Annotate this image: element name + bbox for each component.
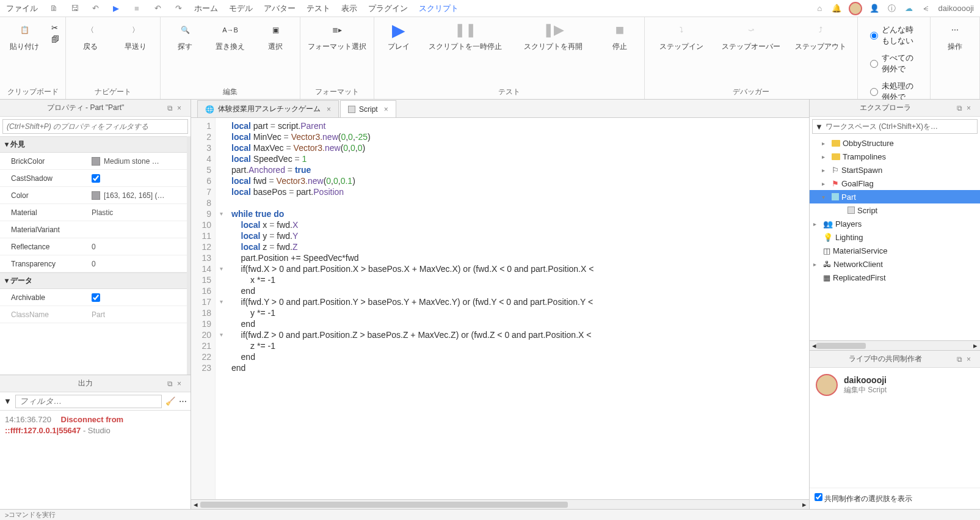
clear-icon[interactable]: 🧹: [165, 397, 175, 406]
fold-column[interactable]: ▾▾▾▾: [216, 118, 227, 499]
select-button[interactable]: ▣選択: [257, 21, 294, 52]
close-icon[interactable]: ×: [177, 379, 187, 388]
tree-replicatedfirst[interactable]: ▦ReplicatedFirst: [810, 271, 980, 284]
output-body[interactable]: 14:16:36.720 Disconnect from ::ffff:127.…: [0, 411, 191, 509]
redo-icon[interactable]: ↷: [173, 4, 183, 13]
dbgerr-opt1[interactable]: どんな時もしない: [870, 24, 918, 46]
back-button[interactable]: 〈戻る: [72, 21, 109, 52]
filter-icon[interactable]: ▼: [4, 397, 12, 406]
stop-button[interactable]: ■停止: [601, 21, 638, 52]
prop-cat-data[interactable]: ▾ データ: [0, 273, 187, 289]
menu-file[interactable]: ファイル: [6, 3, 38, 14]
code-editor[interactable]: 1234567891011121314151617181920212223 ▾▾…: [191, 118, 809, 499]
bulb-icon: 💡: [823, 233, 833, 242]
menu-script[interactable]: スクリプト: [419, 3, 459, 14]
folder-icon: [832, 153, 840, 160]
tab-game[interactable]: 🌐体験授業用アスレチックゲーム×: [197, 100, 339, 117]
prop-materialvariant[interactable]: MaterialVariant: [0, 221, 187, 238]
tree-part[interactable]: ▾Part: [810, 190, 980, 203]
close-icon[interactable]: ×: [384, 105, 388, 114]
share-icon[interactable]: ⪪: [921, 4, 931, 13]
undo-icon[interactable]: ↶: [153, 4, 162, 13]
tree-networkclient[interactable]: ▸🖧NetworkClient: [810, 257, 980, 271]
undo-arrow-icon[interactable]: ↶: [90, 4, 100, 13]
castshadow-checkbox[interactable]: [92, 174, 100, 183]
close-icon[interactable]: ×: [177, 104, 187, 112]
properties-body[interactable]: ▾ 外見 BrickColorMedium stone … CastShadow…: [0, 136, 191, 375]
more-icon[interactable]: ⋯: [179, 397, 187, 406]
archivable-checkbox[interactable]: [92, 293, 100, 302]
code-body[interactable]: local part = script.Parent local MinVec …: [227, 118, 598, 499]
new-file-icon[interactable]: 🗎: [49, 4, 59, 13]
editor-column: 🌐体験授業用アスレチックゲーム× Script× 123456789101112…: [191, 100, 809, 509]
popout-icon[interactable]: ⧉: [167, 104, 177, 112]
stepover-button[interactable]: ⤻ステップオーバー: [720, 21, 782, 52]
menu-view[interactable]: 表示: [341, 3, 357, 14]
play-button[interactable]: ▶プレイ: [380, 21, 417, 52]
tree-obbystructure[interactable]: ▸ObbyStructure: [810, 136, 980, 150]
properties-filter-input[interactable]: [2, 119, 188, 134]
output-filter-input[interactable]: [15, 395, 162, 408]
menu-avatar[interactable]: アバター: [264, 3, 296, 14]
paste-button[interactable]: 📋貼り付け: [6, 21, 43, 52]
stepout-button[interactable]: ⤴ステップアウト: [790, 21, 851, 52]
explorer-head: エクスプローラ ⧉ ×: [810, 100, 980, 117]
resume-script-button[interactable]: ❚▶スクリプトを再開: [514, 21, 593, 52]
formatselection-button[interactable]: ≣▸フォーマット選択: [307, 21, 368, 52]
close-icon[interactable]: ×: [327, 105, 331, 114]
dbgerr-opt2[interactable]: すべての例外で: [870, 53, 918, 75]
collab-footer[interactable]: 共同制作者の選択肢を表示: [810, 488, 980, 509]
help-icon[interactable]: ⓘ: [887, 4, 896, 13]
tree-lighting[interactable]: 💡Lighting: [810, 230, 980, 244]
prop-color[interactable]: Color[163, 162, 165] (…: [0, 187, 187, 204]
pause-script-button[interactable]: ❚❚スクリプトを一時停止: [426, 21, 505, 52]
tree-players[interactable]: ▸👥Players: [810, 217, 980, 230]
tree-script[interactable]: Script: [810, 203, 980, 217]
tree-trampolines[interactable]: ▸Trampolines: [810, 150, 980, 163]
ribbon: 📋貼り付け ✂ 🗐 クリップボード 〈戻る 〉早送り ナビゲート 🔍探す A→B…: [0, 17, 980, 100]
collab-user[interactable]: daikooooji編集中 Script: [816, 374, 974, 396]
popout-icon[interactable]: ⧉: [167, 379, 177, 388]
explorer-tree[interactable]: ▸ObbyStructure ▸Trampolines ▸⚐StartSpawn…: [810, 136, 980, 340]
prop-transparency[interactable]: Transparency0: [0, 255, 187, 273]
popout-icon[interactable]: ⧉: [957, 104, 967, 112]
forward-button[interactable]: 〉早送り: [117, 21, 154, 52]
menu-plugin[interactable]: プラグイン: [368, 3, 408, 14]
h-scrollbar[interactable]: ◂▸: [191, 499, 809, 509]
save-icon[interactable]: 🖫: [70, 4, 79, 13]
close-icon[interactable]: ×: [967, 104, 976, 112]
menu-test[interactable]: テスト: [307, 3, 330, 14]
replace-button[interactable]: A→B置き換え: [212, 21, 249, 52]
prop-reflectance[interactable]: Reflectance0: [0, 238, 187, 255]
find-button[interactable]: 🔍探す: [167, 21, 203, 52]
play-icon[interactable]: ▶: [111, 4, 121, 13]
user-avatar[interactable]: [849, 2, 862, 15]
tree-materialservice[interactable]: ◫MaterialService: [810, 244, 980, 257]
stop-icon[interactable]: ■: [132, 4, 142, 13]
tab-script[interactable]: Script×: [340, 100, 396, 117]
bell-icon[interactable]: 🔔: [832, 4, 841, 13]
left-column: プロパティ - Part "Part" ⧉ × ▾ 外見 BrickColorM…: [0, 100, 191, 509]
cloud-icon[interactable]: ☁: [904, 4, 913, 13]
prop-cat-appearance[interactable]: ▾ 外見: [0, 136, 187, 153]
tree-goalflag[interactable]: ▸⚑GoalFlag: [810, 177, 980, 190]
home-icon[interactable]: ⌂: [815, 4, 824, 13]
stepin-button[interactable]: ⤵ステップイン: [651, 21, 712, 52]
explorer-filter[interactable]: ワークスペース (Ctrl+Shift+X)を…: [826, 122, 975, 132]
prop-archivable[interactable]: Archivable: [0, 289, 187, 306]
copy-icon[interactable]: 🗐: [51, 35, 59, 44]
menu-home[interactable]: ホーム: [194, 3, 218, 14]
tree-startspawn[interactable]: ▸⚐StartSpawn: [810, 163, 980, 177]
actions-button[interactable]: ⋯操作: [937, 21, 973, 52]
menu-model[interactable]: モデル: [229, 3, 253, 14]
popout-icon[interactable]: ⧉: [957, 355, 967, 364]
collab-show-checkbox[interactable]: [815, 493, 822, 501]
explorer-hscroll[interactable]: ◂▸: [810, 340, 980, 350]
prop-castshadow[interactable]: CastShadow: [0, 170, 187, 187]
close-icon[interactable]: ×: [967, 355, 976, 364]
person-icon[interactable]: 👤: [869, 4, 879, 13]
cut-icon[interactable]: ✂: [51, 23, 59, 32]
prop-brickcolor[interactable]: BrickColorMedium stone …: [0, 153, 187, 170]
prop-material[interactable]: MaterialPlastic: [0, 204, 187, 221]
command-input[interactable]: コマンドを実行: [9, 510, 56, 519]
